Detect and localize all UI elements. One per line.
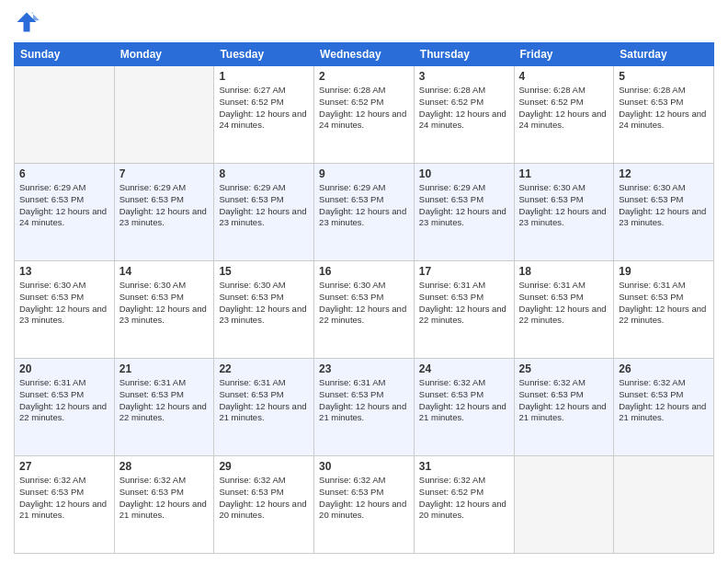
- day-info: Sunrise: 6:32 AM Sunset: 6:53 PM Dayligh…: [419, 377, 509, 424]
- calendar-cell: 6Sunrise: 6:29 AM Sunset: 6:53 PM Daylig…: [15, 164, 115, 261]
- calendar-table: SundayMondayTuesdayWednesdayThursdayFrid…: [14, 42, 714, 554]
- calendar-cell: [114, 66, 214, 164]
- calendar-week-3: 13Sunrise: 6:30 AM Sunset: 6:53 PM Dayli…: [15, 261, 714, 359]
- day-info: Sunrise: 6:32 AM Sunset: 6:53 PM Dayligh…: [319, 475, 409, 522]
- day-number: 15: [219, 265, 309, 278]
- day-number: 27: [19, 460, 109, 473]
- day-number: 25: [519, 362, 609, 375]
- day-info: Sunrise: 6:31 AM Sunset: 6:53 PM Dayligh…: [219, 377, 309, 424]
- day-info: Sunrise: 6:30 AM Sunset: 6:53 PM Dayligh…: [619, 182, 709, 229]
- day-number: 11: [519, 167, 609, 180]
- day-number: 12: [619, 167, 709, 180]
- calendar-cell: 15Sunrise: 6:30 AM Sunset: 6:53 PM Dayli…: [214, 261, 314, 359]
- day-number: 24: [419, 362, 509, 375]
- calendar-cell: 13Sunrise: 6:30 AM Sunset: 6:53 PM Dayli…: [15, 261, 115, 359]
- calendar-cell: 20Sunrise: 6:31 AM Sunset: 6:53 PM Dayli…: [15, 359, 115, 456]
- day-info: Sunrise: 6:32 AM Sunset: 6:53 PM Dayligh…: [219, 475, 309, 522]
- day-info: Sunrise: 6:29 AM Sunset: 6:53 PM Dayligh…: [119, 182, 210, 229]
- calendar-cell: [614, 456, 714, 554]
- calendar-cell: [514, 456, 614, 554]
- calendar-cell: 2Sunrise: 6:28 AM Sunset: 6:52 PM Daylig…: [314, 66, 415, 164]
- day-number: 31: [419, 460, 509, 473]
- calendar-cell: 11Sunrise: 6:30 AM Sunset: 6:53 PM Dayli…: [514, 164, 614, 261]
- day-info: Sunrise: 6:31 AM Sunset: 6:53 PM Dayligh…: [519, 280, 609, 327]
- day-info: Sunrise: 6:31 AM Sunset: 6:53 PM Dayligh…: [319, 377, 409, 424]
- calendar-cell: 17Sunrise: 6:31 AM Sunset: 6:53 PM Dayli…: [414, 261, 514, 359]
- column-header-friday: Friday: [514, 43, 614, 66]
- calendar-cell: 28Sunrise: 6:32 AM Sunset: 6:53 PM Dayli…: [114, 456, 214, 554]
- column-header-tuesday: Tuesday: [214, 43, 314, 66]
- day-number: 28: [119, 460, 210, 473]
- calendar-cell: 16Sunrise: 6:30 AM Sunset: 6:53 PM Dayli…: [314, 261, 415, 359]
- calendar-cell: 9Sunrise: 6:29 AM Sunset: 6:53 PM Daylig…: [314, 164, 415, 261]
- day-number: 10: [419, 167, 509, 180]
- calendar-cell: 27Sunrise: 6:32 AM Sunset: 6:53 PM Dayli…: [15, 456, 115, 554]
- day-info: Sunrise: 6:31 AM Sunset: 6:53 PM Dayligh…: [19, 377, 109, 424]
- calendar-week-4: 20Sunrise: 6:31 AM Sunset: 6:53 PM Dayli…: [15, 359, 714, 456]
- day-number: 8: [219, 167, 309, 180]
- day-info: Sunrise: 6:30 AM Sunset: 6:53 PM Dayligh…: [119, 280, 210, 327]
- day-info: Sunrise: 6:31 AM Sunset: 6:53 PM Dayligh…: [119, 377, 210, 424]
- calendar-cell: 31Sunrise: 6:32 AM Sunset: 6:52 PM Dayli…: [414, 456, 514, 554]
- day-info: Sunrise: 6:28 AM Sunset: 6:52 PM Dayligh…: [319, 85, 409, 132]
- day-info: Sunrise: 6:29 AM Sunset: 6:53 PM Dayligh…: [219, 182, 309, 229]
- day-number: 22: [219, 362, 309, 375]
- calendar-cell: 7Sunrise: 6:29 AM Sunset: 6:53 PM Daylig…: [114, 164, 214, 261]
- calendar-week-5: 27Sunrise: 6:32 AM Sunset: 6:53 PM Dayli…: [15, 456, 714, 554]
- day-number: 6: [19, 167, 109, 180]
- day-info: Sunrise: 6:32 AM Sunset: 6:52 PM Dayligh…: [419, 475, 509, 522]
- day-number: 9: [319, 167, 409, 180]
- day-number: 3: [419, 70, 509, 83]
- column-header-saturday: Saturday: [614, 43, 714, 66]
- day-number: 13: [19, 265, 109, 278]
- calendar-cell: 21Sunrise: 6:31 AM Sunset: 6:53 PM Dayli…: [114, 359, 214, 456]
- day-number: 29: [219, 460, 309, 473]
- calendar-cell: 5Sunrise: 6:28 AM Sunset: 6:53 PM Daylig…: [614, 66, 714, 164]
- calendar-cell: 25Sunrise: 6:32 AM Sunset: 6:53 PM Dayli…: [514, 359, 614, 456]
- page: SundayMondayTuesdayWednesdayThursdayFrid…: [0, 0, 728, 563]
- calendar-cell: 1Sunrise: 6:27 AM Sunset: 6:52 PM Daylig…: [214, 66, 314, 164]
- calendar-cell: 29Sunrise: 6:32 AM Sunset: 6:53 PM Dayli…: [214, 456, 314, 554]
- calendar-cell: 22Sunrise: 6:31 AM Sunset: 6:53 PM Dayli…: [214, 359, 314, 456]
- day-info: Sunrise: 6:29 AM Sunset: 6:53 PM Dayligh…: [319, 182, 409, 229]
- calendar-week-1: 1Sunrise: 6:27 AM Sunset: 6:52 PM Daylig…: [15, 66, 714, 164]
- day-number: 23: [319, 362, 409, 375]
- column-header-monday: Monday: [114, 43, 214, 66]
- day-info: Sunrise: 6:31 AM Sunset: 6:53 PM Dayligh…: [419, 280, 509, 327]
- column-header-sunday: Sunday: [15, 43, 115, 66]
- day-info: Sunrise: 6:29 AM Sunset: 6:53 PM Dayligh…: [19, 182, 109, 229]
- day-number: 5: [619, 70, 709, 83]
- day-number: 16: [319, 265, 409, 278]
- day-info: Sunrise: 6:30 AM Sunset: 6:53 PM Dayligh…: [219, 280, 309, 327]
- header: [14, 9, 714, 35]
- day-info: Sunrise: 6:32 AM Sunset: 6:53 PM Dayligh…: [619, 377, 709, 424]
- day-number: 30: [319, 460, 409, 473]
- day-info: Sunrise: 6:29 AM Sunset: 6:53 PM Dayligh…: [419, 182, 509, 229]
- day-number: 19: [619, 265, 709, 278]
- calendar-cell: 10Sunrise: 6:29 AM Sunset: 6:53 PM Dayli…: [414, 164, 514, 261]
- calendar-cell: [15, 66, 115, 164]
- column-header-thursday: Thursday: [414, 43, 514, 66]
- calendar-cell: 3Sunrise: 6:28 AM Sunset: 6:52 PM Daylig…: [414, 66, 514, 164]
- calendar-cell: 30Sunrise: 6:32 AM Sunset: 6:53 PM Dayli…: [314, 456, 415, 554]
- calendar-cell: 4Sunrise: 6:28 AM Sunset: 6:52 PM Daylig…: [514, 66, 614, 164]
- logo: [14, 9, 43, 35]
- day-info: Sunrise: 6:32 AM Sunset: 6:53 PM Dayligh…: [119, 475, 210, 522]
- day-info: Sunrise: 6:30 AM Sunset: 6:53 PM Dayligh…: [319, 280, 409, 327]
- day-number: 4: [519, 70, 609, 83]
- day-info: Sunrise: 6:32 AM Sunset: 6:53 PM Dayligh…: [519, 377, 609, 424]
- day-info: Sunrise: 6:28 AM Sunset: 6:53 PM Dayligh…: [619, 85, 709, 132]
- day-number: 21: [119, 362, 210, 375]
- calendar-header-row: SundayMondayTuesdayWednesdayThursdayFrid…: [15, 43, 714, 66]
- logo-icon: [14, 9, 40, 35]
- calendar-cell: 8Sunrise: 6:29 AM Sunset: 6:53 PM Daylig…: [214, 164, 314, 261]
- column-header-wednesday: Wednesday: [314, 43, 415, 66]
- day-number: 2: [319, 70, 409, 83]
- day-number: 14: [119, 265, 210, 278]
- day-number: 20: [19, 362, 109, 375]
- calendar-cell: 14Sunrise: 6:30 AM Sunset: 6:53 PM Dayli…: [114, 261, 214, 359]
- day-info: Sunrise: 6:31 AM Sunset: 6:53 PM Dayligh…: [619, 280, 709, 327]
- day-info: Sunrise: 6:30 AM Sunset: 6:53 PM Dayligh…: [19, 280, 109, 327]
- calendar-cell: 18Sunrise: 6:31 AM Sunset: 6:53 PM Dayli…: [514, 261, 614, 359]
- day-info: Sunrise: 6:28 AM Sunset: 6:52 PM Dayligh…: [519, 85, 609, 132]
